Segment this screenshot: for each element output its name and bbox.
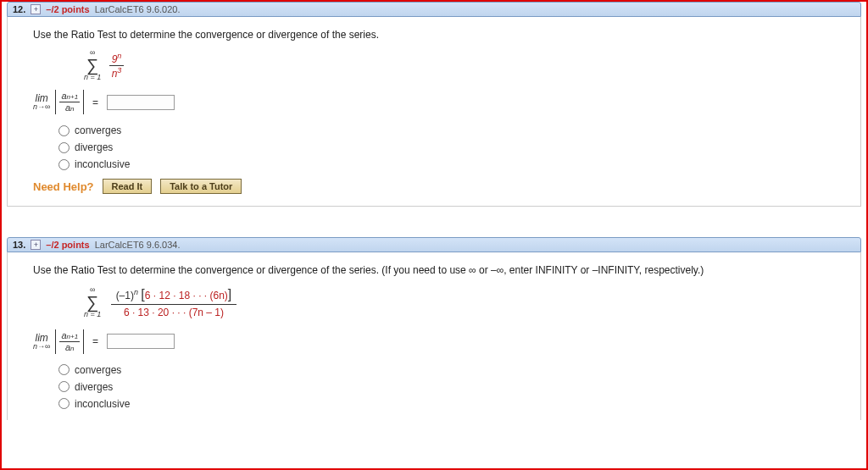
option-label: inconclusive [75, 158, 130, 170]
abs-ratio: an+1 an [55, 329, 84, 354]
limit-expression: lim n→∞ an+1 an = [33, 90, 835, 114]
option-label: converges [75, 124, 121, 136]
options-group: converges diverges inconclusive [58, 124, 835, 170]
abs-ratio: an+1 an [55, 90, 84, 114]
radio-converges[interactable] [58, 364, 70, 375]
equals-sign: = [92, 97, 98, 108]
question-header: 12. + –/2 points LarCalcET6 9.6.020. [7, 2, 861, 17]
read-it-button[interactable]: Read It [103, 179, 153, 194]
radio-diverges[interactable] [58, 142, 70, 153]
talk-tutor-button[interactable]: Talk to a Tutor [160, 179, 242, 194]
source-label: LarCalcET6 9.6.034. [95, 240, 181, 250]
question-12: 12. + –/2 points LarCalcET6 9.6.020. Use… [7, 2, 861, 207]
need-help-label: Need Help? [33, 180, 94, 193]
series-expression: ∞ ∑ n = 1 (–1)n [6 · 12 · 18 · · · (6n)]… [84, 285, 835, 321]
option-label: diverges [75, 381, 113, 393]
limit-expression: lim n→∞ an+1 an = [33, 329, 835, 354]
question-13: 13. + –/2 points LarCalcET6 9.6.034. Use… [7, 237, 861, 420]
limit-answer-input[interactable] [107, 334, 175, 349]
option-label: diverges [75, 141, 113, 153]
series-expression: ∞ ∑ n = 1 9n n3 [84, 49, 835, 81]
lim-label: lim n→∞ [33, 93, 50, 111]
question-body: Use the Ratio Test to determine the conv… [7, 17, 861, 207]
option-inconclusive[interactable]: inconclusive [58, 158, 835, 170]
expand-icon[interactable]: + [31, 4, 41, 14]
option-diverges[interactable]: diverges [58, 381, 835, 393]
expand-icon[interactable]: + [31, 240, 41, 250]
page-frame: 12. + –/2 points LarCalcET6 9.6.020. Use… [0, 0, 868, 470]
option-diverges[interactable]: diverges [58, 141, 835, 153]
radio-diverges[interactable] [58, 381, 70, 392]
sigma-icon: ∞ ∑ n = 1 [84, 286, 101, 318]
prompt-text: Use the Ratio Test to determine the conv… [33, 29, 835, 41]
option-label: inconclusive [75, 398, 130, 410]
question-header: 13. + –/2 points LarCalcET6 9.6.034. [7, 237, 861, 252]
series-fraction: (–1)n [6 · 12 · 18 · · · (6n)] 6 · 13 · … [111, 285, 237, 321]
source-label: LarCalcET6 9.6.020. [95, 4, 181, 14]
option-converges[interactable]: converges [58, 364, 835, 376]
option-label: converges [75, 364, 121, 376]
limit-answer-input[interactable] [107, 95, 175, 110]
points-label: –/2 points [46, 4, 89, 14]
prompt-text: Use the Ratio Test to determine the conv… [33, 264, 835, 276]
option-converges[interactable]: converges [58, 124, 835, 136]
radio-inconclusive[interactable] [58, 398, 70, 409]
equals-sign: = [92, 335, 98, 347]
series-fraction: 9n n3 [109, 53, 125, 79]
lim-label: lim n→∞ [33, 333, 50, 351]
need-help-row: Need Help? Read It Talk to a Tutor [33, 179, 835, 194]
points-label: –/2 points [46, 240, 89, 250]
question-body: Use the Ratio Test to determine the conv… [7, 252, 861, 420]
options-group: converges diverges inconclusive [58, 364, 835, 410]
radio-inconclusive[interactable] [58, 159, 70, 170]
question-number: 13. [13, 240, 25, 250]
question-number: 12. [13, 4, 25, 14]
sigma-icon: ∞ ∑ n = 1 [84, 49, 101, 81]
option-inconclusive[interactable]: inconclusive [58, 398, 835, 410]
radio-converges[interactable] [58, 125, 70, 136]
